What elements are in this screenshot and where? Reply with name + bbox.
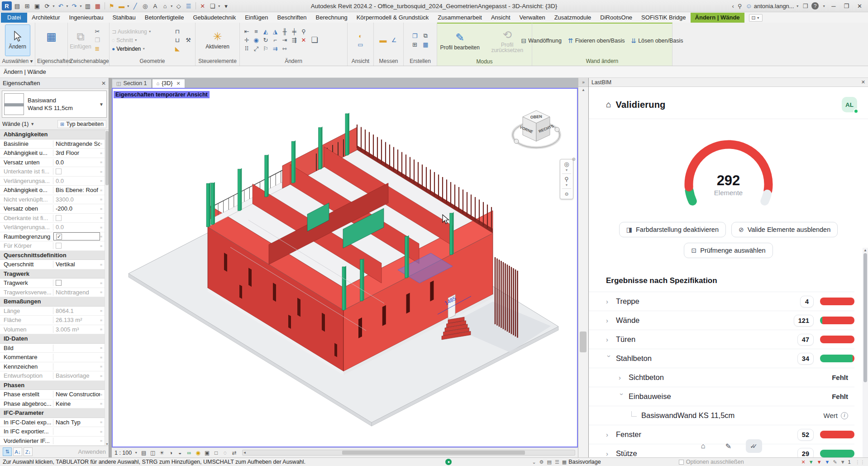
checkbox-icon[interactable] <box>56 168 62 174</box>
trim-single-icon[interactable]: ⇥ <box>280 36 289 44</box>
property-row[interactable]: Versatz unten0.0= <box>0 158 105 168</box>
zoom-chevron-icon[interactable]: ▼ <box>565 183 568 187</box>
modify-button[interactable]: Ändern <box>5 24 30 56</box>
selection-filter-icon[interactable]: ▼ <box>840 459 845 465</box>
zoom-icon[interactable]: ⚲ <box>564 176 569 183</box>
apply-button[interactable]: Anwenden <box>78 448 106 455</box>
temporary-view-banner[interactable]: Eigenschaften temporärer Ansicht <box>114 91 210 98</box>
property-row[interactable]: Versatz oben-200.0= <box>0 204 105 214</box>
building-3d-model[interactable]: 1485 <box>113 89 577 447</box>
editable-only-icon[interactable]: ✎ <box>833 459 837 465</box>
trim-multi-icon[interactable]: ⇶ <box>290 36 299 44</box>
group-3d-icon[interactable]: ❏ <box>310 36 319 44</box>
filter-green-icon[interactable]: ▼ <box>809 459 814 465</box>
property-row[interactable]: Abhängigkeit u...3rd Floor= <box>0 149 105 158</box>
isolate-icon[interactable]: ▭ <box>356 40 365 48</box>
checkbox-icon[interactable] <box>56 280 62 286</box>
collapse-panel-icon[interactable]: » <box>578 78 588 87</box>
open-icon[interactable]: ⊞ <box>23 1 32 10</box>
extend-icon[interactable]: ⇉ <box>271 45 280 53</box>
sort-default-button[interactable]: ⇅ <box>3 447 12 456</box>
help-chevron-icon[interactable]: ▼ <box>822 5 825 8</box>
transfer-icon[interactable]: ▦ <box>93 1 102 10</box>
constraints-icon[interactable]: ⇄ <box>231 450 238 456</box>
section-header[interactable]: Tragwerk <box>0 269 105 279</box>
redo-icon-chevron[interactable]: ▼ <box>79 5 82 8</box>
property-row[interactable]: Abhängigkeit o...Bis Ebene: Roof l...= <box>0 186 105 195</box>
disable-colors-button[interactable]: ◨Farbdarstellung deaktivieren <box>619 222 726 237</box>
show-crop-icon[interactable]: □ <box>213 450 219 456</box>
section-header[interactable]: IFC-Parameter <box>0 408 105 418</box>
ribbon-tab-beschriften[interactable]: Beschriften <box>272 13 311 23</box>
validation-home-icon[interactable]: ⌂ <box>606 100 611 110</box>
checks-dock-icon[interactable]: ✓✓ <box>746 439 762 453</box>
attach-top-base-button[interactable]: ⇈ Fixieren oben/Basis <box>565 35 628 46</box>
array-icon[interactable]: ⠿ <box>242 45 251 53</box>
close-button[interactable]: ✕ <box>855 3 864 10</box>
join-button[interactable]: ●Verbinden▼ <box>112 45 171 53</box>
rendering-icon[interactable]: ◒ <box>176 450 183 456</box>
result-row-w-nde[interactable]: ›Wände121 <box>589 311 854 330</box>
ribbon-tab-betonfertigteile[interactable]: Betonfertigteile <box>140 13 189 23</box>
beam-joins-icon[interactable]: ⊔ <box>173 36 182 44</box>
sun-path-icon[interactable]: ☀ <box>158 450 165 456</box>
edit-profile-button[interactable]: ✎ Profil bearbeiten <box>439 25 481 57</box>
ribbon-tab-zusatzmodule[interactable]: Zusatzmodule <box>550 13 596 23</box>
section-header[interactable]: Phasen <box>0 381 105 390</box>
split-gap-icon[interactable]: ╪ <box>290 28 299 36</box>
hide-elements-icon[interactable]: ◐ <box>356 32 365 40</box>
exclude-options-checkbox[interactable]: Optionen ausschließen <box>679 459 744 465</box>
section-header[interactable]: ID-Daten <box>0 334 105 344</box>
revit-logo-icon[interactable]: R <box>2 1 12 10</box>
close-view-tab-icon[interactable]: ✕ <box>176 81 181 86</box>
paste-button[interactable]: ⧉ Einfügen <box>70 24 91 56</box>
monitor-icon[interactable]: ▤ <box>547 459 551 465</box>
unlock-view-icon[interactable]: ◌ <box>222 450 229 456</box>
model-health-icon[interactable]: ● <box>445 459 452 465</box>
edit-type-button[interactable]: ⊞ Typ bearbeiten <box>57 120 106 128</box>
model-viewport[interactable]: Eigenschaften temporärer Ansicht 1485 OB… <box>112 88 578 447</box>
crop-view-icon[interactable]: ▣ <box>204 450 210 456</box>
design-option-control[interactable]: ▦ Basisvorlage <box>562 459 601 465</box>
pin-icon[interactable]: ⚲ <box>299 28 308 36</box>
result-row-t-ren[interactable]: ›Türen47 <box>589 330 854 349</box>
pin-icon[interactable]: ⚑ <box>107 1 116 10</box>
restore-button[interactable]: ❐ <box>841 3 851 10</box>
sync-icon-chevron[interactable]: ▼ <box>52 5 55 8</box>
temporary-hide-isolate-icon[interactable]: ∞ <box>186 450 192 456</box>
type-selector-chevron-icon[interactable]: ▼ <box>99 102 105 107</box>
wall-opening-button[interactable]: ⊟ Wandöffnung <box>518 35 564 46</box>
section-header[interactable]: Abhängigkeiten <box>0 130 105 139</box>
sort-za-button[interactable]: Z↓ <box>24 447 33 456</box>
text-icon[interactable]: A <box>151 1 160 10</box>
edit-dock-icon[interactable]: ✎ <box>720 439 737 453</box>
property-row[interactable]: Fläche26.133 m²= <box>0 316 105 325</box>
background-processes-icon[interactable]: ⌄ <box>532 459 536 465</box>
lastbim-scrollbar[interactable]: ▲ <box>863 248 868 457</box>
property-row[interactable]: Vordefinierter IF...= <box>0 437 105 446</box>
create-similar-icon[interactable]: ⧉ <box>421 32 430 40</box>
delete-icon[interactable]: ✕ <box>299 36 308 44</box>
view-cube[interactable]: OBEN VORNE RECHTS <box>510 102 564 157</box>
unpin-icon[interactable]: ⚐ <box>261 45 270 53</box>
selection-chevron-icon[interactable]: ▼ <box>30 122 34 126</box>
lastbim-close-icon[interactable]: ✕ <box>861 79 865 85</box>
steering-wheel-icon[interactable]: ◎ <box>564 161 569 168</box>
checkbox-icon[interactable] <box>56 243 62 249</box>
visual-style-icon[interactable]: ◫ <box>149 450 156 456</box>
ribbon-tab-verwalten[interactable]: Verwalten <box>515 13 550 23</box>
shadows-icon[interactable]: ◑ <box>167 450 174 456</box>
properties-button[interactable]: ▦ . <box>39 24 64 56</box>
ribbon-tab-zusammenarbeit[interactable]: Zusammenarbeit <box>433 13 486 23</box>
wall-joins-icon[interactable]: ⊓ <box>173 28 182 36</box>
sort-az-button[interactable]: A↓ <box>13 447 22 456</box>
ribbon-tab-berechnung[interactable]: Berechnung <box>311 13 352 23</box>
cope-button[interactable]: ⊐Ausklinkung▼ <box>112 28 171 36</box>
align-icon[interactable]: ⇤ <box>242 28 251 36</box>
home-icon-chevron[interactable]: ▼ <box>170 5 173 8</box>
property-row[interactable]: Oberkante ist fi...= <box>0 214 105 223</box>
property-row[interactable]: EntwurfsoptionBasisvorlage= <box>0 371 105 381</box>
navigation-bar[interactable]: ⊗ ◎ ▼ ⚲ ▼ ⊖ <box>560 159 573 199</box>
save-icon[interactable]: ▣ <box>33 1 42 10</box>
chevron-collapsed-icon[interactable]: › <box>606 317 616 324</box>
